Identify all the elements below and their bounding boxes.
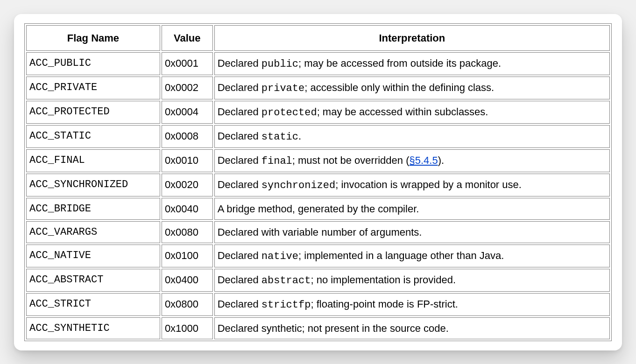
table-header-row: Flag Name Value Interpretation bbox=[26, 25, 610, 51]
value-cell: 0x0020 bbox=[162, 174, 213, 196]
interpretation-cell: Declared synthetic; not present in the s… bbox=[214, 317, 610, 339]
interpretation-cell: Declared with variable number of argumen… bbox=[214, 221, 610, 243]
interpretation-cell: Declared public; may be accessed from ou… bbox=[214, 52, 610, 75]
table-row: ACC_SYNTHETIC0x1000Declared synthetic; n… bbox=[26, 317, 610, 339]
table-row: ACC_STRICT0x0800Declared strictfp; float… bbox=[26, 293, 610, 316]
keyword-code: private bbox=[261, 83, 304, 94]
value-cell: 0x0100 bbox=[162, 245, 213, 267]
interpretation-text: ). bbox=[438, 154, 444, 166]
interpretation-text: ; implemented in a language other than J… bbox=[298, 250, 504, 261]
interpretation-text: ; floating-point mode is FP-strict. bbox=[311, 298, 458, 310]
table-row: ACC_NATIVE0x0100Declared native; impleme… bbox=[26, 245, 610, 267]
value-cell: 0x1000 bbox=[162, 317, 213, 339]
table-row: ACC_STATIC0x0008Declared static. bbox=[26, 125, 610, 148]
keyword-code: static bbox=[261, 131, 298, 143]
value-cell: 0x0010 bbox=[162, 149, 213, 172]
interpretation-text: A bridge method, generated by the compil… bbox=[218, 203, 419, 215]
keyword-code: abstract bbox=[261, 275, 311, 287]
interpretation-text: Declared bbox=[218, 154, 261, 166]
value-cell: 0x0400 bbox=[162, 269, 213, 292]
interpretation-text: ; accessible only within the defining cl… bbox=[304, 82, 494, 93]
value-cell: 0x0002 bbox=[162, 77, 213, 99]
table-card: Flag Name Value Interpretation ACC_PUBLI… bbox=[14, 14, 622, 350]
flag-name-cell: ACC_NATIVE bbox=[26, 245, 160, 267]
interpretation-cell: Declared final; must not be overridden (… bbox=[214, 149, 610, 172]
keyword-code: protected bbox=[261, 107, 317, 119]
value-cell: 0x0800 bbox=[162, 293, 213, 316]
flag-name-cell: ACC_SYNTHETIC bbox=[26, 317, 160, 339]
flag-name-cell: ACC_FINAL bbox=[26, 149, 160, 172]
interpretation-text: Declared with variable number of argumen… bbox=[218, 226, 422, 238]
value-cell: 0x0008 bbox=[162, 125, 213, 148]
table-row: ACC_PROTECTED0x0004Declared protected; m… bbox=[26, 101, 610, 124]
table-row: ACC_ABSTRACT0x0400Declared abstract; no … bbox=[26, 269, 610, 292]
keyword-code: native bbox=[261, 251, 298, 262]
interpretation-cell: Declared strictfp; floating-point mode i… bbox=[214, 293, 610, 316]
interpretation-cell: Declared abstract; no implementation is … bbox=[214, 269, 610, 292]
interpretation-cell: Declared native; implemented in a langua… bbox=[214, 245, 610, 267]
interpretation-text: Declared bbox=[218, 82, 261, 93]
keyword-code: strictfp bbox=[261, 299, 311, 311]
section-link[interactable]: §5.4.5 bbox=[410, 154, 438, 166]
keyword-code: synchronized bbox=[261, 180, 335, 191]
flag-name-cell: ACC_VARARGS bbox=[26, 221, 160, 243]
table-row: ACC_BRIDGE0x0040A bridge method, generat… bbox=[26, 198, 610, 220]
interpretation-cell: Declared private; accessible only within… bbox=[214, 77, 610, 99]
interpretation-text: . bbox=[298, 130, 301, 142]
interpretation-cell: A bridge method, generated by the compil… bbox=[214, 198, 610, 220]
value-cell: 0x0001 bbox=[162, 52, 213, 75]
interpretation-cell: Declared synchronized; invocation is wra… bbox=[214, 174, 610, 196]
flag-name-cell: ACC_PUBLIC bbox=[26, 52, 160, 75]
table-row: ACC_PRIVATE0x0002Declared private; acces… bbox=[26, 77, 610, 99]
flag-name-cell: ACC_STATIC bbox=[26, 125, 160, 148]
interpretation-text: Declared bbox=[218, 250, 261, 261]
keyword-code: final bbox=[261, 155, 292, 167]
flag-name-cell: ACC_PROTECTED bbox=[26, 101, 160, 124]
interpretation-text: ; invocation is wrapped by a monitor use… bbox=[335, 179, 522, 190]
flag-name-cell: ACC_ABSTRACT bbox=[26, 269, 160, 292]
interpretation-text: Declared synthetic; not present in the s… bbox=[218, 322, 449, 334]
interpretation-text: Declared bbox=[218, 106, 261, 118]
table-row: ACC_PUBLIC0x0001Declared public; may be … bbox=[26, 52, 610, 75]
table-row: ACC_VARARGS0x0080Declared with variable … bbox=[26, 221, 610, 243]
flag-name-cell: ACC_SYNCHRONIZED bbox=[26, 174, 160, 196]
header-interpretation: Interpretation bbox=[214, 25, 610, 51]
value-cell: 0x0004 bbox=[162, 101, 213, 124]
interpretation-text: Declared bbox=[218, 274, 261, 286]
header-value: Value bbox=[162, 25, 213, 51]
flag-name-cell: ACC_BRIDGE bbox=[26, 198, 160, 220]
interpretation-text: Declared bbox=[218, 298, 261, 310]
interpretation-cell: Declared protected; may be accessed with… bbox=[214, 101, 610, 124]
interpretation-cell: Declared static. bbox=[214, 125, 610, 148]
access-flags-table: Flag Name Value Interpretation ACC_PUBLI… bbox=[24, 23, 612, 341]
interpretation-text: Declared bbox=[218, 179, 261, 190]
value-cell: 0x0080 bbox=[162, 221, 213, 243]
interpretation-text: ; may be accessed from outside its packa… bbox=[298, 57, 501, 69]
interpretation-text: Declared bbox=[218, 130, 261, 142]
flag-name-cell: ACC_STRICT bbox=[26, 293, 160, 316]
keyword-code: public bbox=[261, 58, 298, 70]
flag-name-cell: ACC_PRIVATE bbox=[26, 77, 160, 99]
header-flag-name: Flag Name bbox=[26, 25, 160, 51]
table-row: ACC_FINAL0x0010Declared final; must not … bbox=[26, 149, 610, 172]
table-row: ACC_SYNCHRONIZED0x0020Declared synchroni… bbox=[26, 174, 610, 196]
value-cell: 0x0040 bbox=[162, 198, 213, 220]
interpretation-text: ; no implementation is provided. bbox=[311, 274, 456, 286]
interpretation-text: ; may be accessed within subclasses. bbox=[317, 106, 488, 118]
interpretation-text: ; must not be overridden ( bbox=[292, 154, 410, 166]
interpretation-text: Declared bbox=[218, 57, 261, 69]
